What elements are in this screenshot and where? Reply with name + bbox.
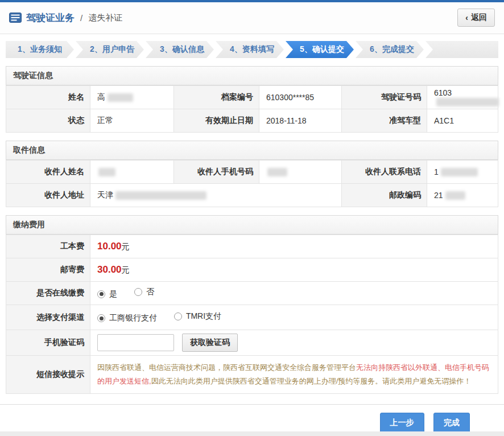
name-value: 高 [90, 86, 174, 109]
table-row: 选择支付渠道 工商银行支付 TMRI支付 [6, 305, 498, 330]
cost-fee-amount: 10.00 [97, 241, 122, 252]
page-title: 驾驶证业务 [26, 11, 75, 24]
payment-fees-table: 工本费 10.00元 邮寄费 30.00元 是否在线缴费 是 [6, 235, 498, 394]
step-label: 4、资料填写 [230, 44, 274, 55]
recipient-phone-value: 1 [427, 161, 498, 184]
file-number-label: 档案编号 [174, 86, 259, 109]
step-label: 6、完成提交 [370, 44, 414, 55]
section-title: 取件信息 [6, 141, 498, 160]
section-license-info: 驾驶证信息 姓名 高 档案编号 610300****85 驾驶证号码 6103 … [6, 66, 498, 133]
redacted-value [98, 168, 115, 176]
breadcrumb: 驾驶证业务 / 遗失补证 [9, 11, 122, 24]
step-wizard: 1、业务须知 2、用户申告 3、确认信息 4、资料填写 5、确认提交 6、完成提… [6, 41, 498, 58]
step-label: 5、确认提交 [300, 44, 344, 55]
cost-fee-value: 10.00元 [90, 235, 498, 258]
radio-selected-icon [97, 290, 105, 298]
cost-fee-label: 工本费 [6, 235, 90, 258]
zip-code-label: 邮政编码 [342, 184, 427, 207]
finish-button[interactable]: 完成 [433, 413, 470, 431]
step-label: 1、业务须知 [18, 44, 62, 55]
recipient-phone-label: 收件人联系电话 [342, 161, 427, 184]
online-pay-label: 是否在线缴费 [6, 282, 90, 305]
expiry-date-label: 有效期止日期 [174, 109, 259, 133]
table-row: 手机验证码 获取验证码 [6, 330, 498, 356]
sms-code-label: 手机验证码 [6, 330, 90, 356]
radio-online-pay-no[interactable]: 否 [134, 287, 154, 297]
sms-code-input[interactable] [97, 334, 174, 351]
form-footer: 上一步 完成 [0, 404, 504, 431]
table-row: 邮寄费 30.00元 [6, 258, 498, 282]
section-title: 缴纳费用 [6, 215, 498, 235]
sms-notice-label: 短信接收提示 [6, 356, 90, 394]
page: 驾驶证业务 / 遗失补证 ‹ 返回 1、业务须知 2、用户申告 3、确认信息 4… [0, 0, 504, 431]
payment-channel-options: 工商银行支付 TMRI支付 [90, 305, 498, 330]
redacted-value [108, 93, 133, 102]
table-row: 工本费 10.00元 [6, 235, 498, 258]
section-payment-fees: 缴纳费用 工本费 10.00元 邮寄费 30.00元 是否在线缴费 [6, 215, 498, 394]
recipient-mobile-label: 收件人手机号码 [174, 161, 259, 184]
license-number-label: 驾驶证号码 [342, 86, 427, 109]
vehicle-class-label: 准驾车型 [342, 109, 427, 133]
form-list-icon [9, 13, 22, 23]
pickup-info-table: 收件人姓名 收件人手机号码 收件人联系电话 1 收件人地址 天津 邮政编码 21 [6, 160, 498, 207]
license-number-value: 6103 [427, 86, 498, 109]
step-label: 2、用户申告 [90, 44, 134, 55]
recipient-name-value [90, 161, 174, 184]
status-label: 状态 [6, 109, 90, 133]
radio-selected-icon [97, 314, 105, 322]
radio-label: 否 [146, 287, 154, 297]
recipient-mobile-value [259, 161, 342, 184]
radio-channel-tmri[interactable]: TMRI支付 [174, 311, 221, 322]
postage-fee-amount: 30.00 [97, 264, 122, 275]
back-button[interactable]: ‹ 返回 [457, 9, 495, 27]
table-row: 是否在线缴费 是 否 [6, 282, 498, 305]
table-row: 短信接收提示 因陕西省联通、电信运营商技术问题，陕西省互联网交通安全综合服务管理… [6, 356, 498, 394]
sms-notice-cell: 因陕西省联通、电信运营商技术问题，陕西省互联网交通安全综合服务管理平台无法向持陕… [90, 356, 498, 394]
section-title: 驾驶证信息 [6, 66, 498, 85]
zip-code-value: 21 [427, 184, 498, 207]
payment-channel-label: 选择支付渠道 [6, 305, 90, 330]
postage-fee-label: 邮寄费 [6, 258, 90, 282]
step-5-confirm-submit-active: 5、确认提交 [286, 41, 354, 58]
step-6-complete-submit: 6、完成提交 [356, 41, 424, 58]
back-button-label: 返回 [471, 13, 487, 23]
radio-online-pay-yes[interactable]: 是 [97, 289, 117, 299]
table-row: 收件人姓名 收件人手机号码 收件人联系电话 1 [6, 161, 498, 184]
postage-fee-value: 30.00元 [90, 258, 498, 282]
step-2-user-declaration: 2、用户申告 [76, 41, 144, 58]
step-wizard-filler [425, 41, 498, 58]
page-subtitle: 遗失补证 [88, 13, 122, 23]
step-1-business-notice: 1、业务须知 [6, 41, 74, 58]
online-pay-options: 是 否 [90, 282, 498, 305]
radio-unselected-icon [174, 312, 182, 320]
table-row: 姓名 高 档案编号 610300****85 驾驶证号码 6103 [6, 86, 498, 109]
recipient-address-value: 天津 [90, 184, 342, 207]
table-row: 状态 正常 有效期止日期 2018-11-18 准驾车型 A1C1 [6, 109, 498, 133]
fee-unit: 元 [122, 265, 130, 274]
radio-label: TMRI支付 [186, 311, 221, 322]
recipient-address-label: 收件人地址 [6, 184, 90, 207]
section-pickup-info: 取件信息 收件人姓名 收件人手机号码 收件人联系电话 1 收件人地址 天津 邮政… [6, 141, 498, 207]
redacted-value [115, 191, 206, 200]
get-sms-code-button[interactable]: 获取验证码 [182, 334, 238, 352]
previous-step-button[interactable]: 上一步 [380, 413, 424, 431]
sms-code-field-cell: 获取验证码 [90, 330, 498, 356]
radio-label: 工商银行支付 [109, 313, 157, 323]
expiry-date-value: 2018-11-18 [259, 109, 342, 133]
name-label: 姓名 [6, 86, 90, 109]
radio-label: 是 [109, 289, 117, 299]
redacted-value [436, 98, 499, 106]
radio-channel-icbc[interactable]: 工商银行支付 [97, 313, 157, 323]
breadcrumb-divider: / [80, 13, 82, 23]
redacted-value [441, 168, 478, 176]
chevron-left-icon: ‹ [465, 13, 468, 22]
table-row: 收件人地址 天津 邮政编码 21 [6, 184, 498, 207]
recipient-name-label: 收件人姓名 [6, 161, 90, 184]
page-header: 驾驶证业务 / 遗失补证 ‹ 返回 [0, 2, 504, 34]
vehicle-class-value: A1C1 [427, 109, 498, 133]
sms-notice-text: 因陕西省联通、电信运营商技术问题，陕西省互联网交通安全综合服务管理平台无法向持陕… [97, 361, 490, 388]
redacted-value [445, 191, 465, 200]
radio-unselected-icon [134, 288, 142, 296]
step-4-fill-data: 4、资料填写 [216, 41, 284, 58]
file-number-value: 610300****85 [259, 86, 342, 109]
